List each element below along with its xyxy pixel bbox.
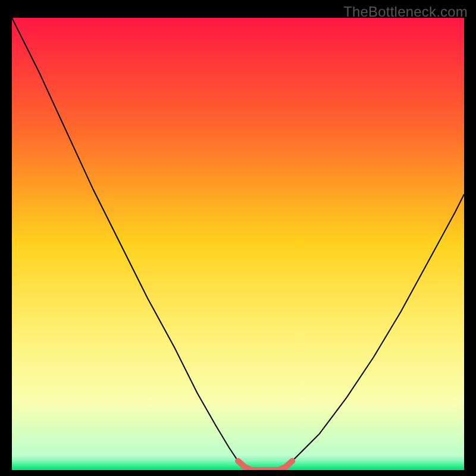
svg-rect-1	[12, 455, 464, 456]
plot-area	[12, 18, 464, 470]
svg-rect-13	[12, 468, 464, 469]
chart-frame: TheBottleneck.com	[0, 0, 476, 476]
chart-svg	[12, 18, 464, 470]
svg-rect-12	[12, 467, 464, 468]
svg-rect-0	[12, 454, 464, 455]
svg-rect-10	[12, 465, 464, 465]
svg-rect-11	[12, 466, 464, 466]
svg-rect-2	[12, 456, 464, 457]
gradient-background	[12, 18, 464, 470]
watermark-text: TheBottleneck.com	[343, 4, 468, 20]
